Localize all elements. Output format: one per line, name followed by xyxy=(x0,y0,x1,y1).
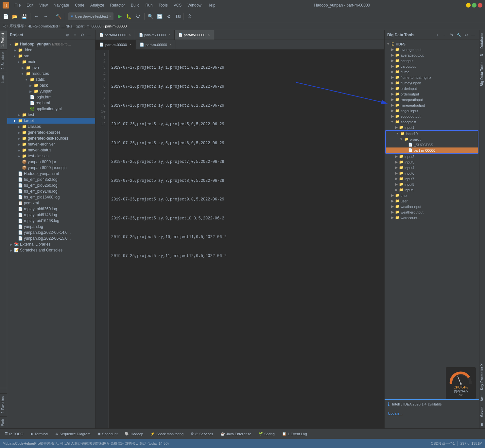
open-button[interactable]: 📂 xyxy=(10,12,19,21)
tab-big-data-tools-vert[interactable]: Big Data Tools xyxy=(479,59,485,89)
tab-maven[interactable]: Maven xyxy=(479,404,485,420)
hdfs-part-m-00000[interactable]: 📄 part-m-00000 xyxy=(386,147,478,153)
tree-item-ylog2[interactable]: ▶ 📄 yunpan.log.2022-06-14.0... xyxy=(7,230,95,235)
tree-item-gen-test-src[interactable]: ▶ 📁 generated-test-sources xyxy=(7,135,95,141)
remove-connection-btn[interactable]: − xyxy=(441,32,448,38)
tree-item-gen-src[interactable]: ▶ 📁 generated-sources xyxy=(7,129,95,135)
tree-item-rlog2[interactable]: ▶ 📄 replay_pid9148.log xyxy=(7,212,95,218)
hdfs-weatherinput[interactable]: ▶ 📁 weatherinput xyxy=(385,204,479,209)
tree-item-log4[interactable]: ▶ 📄 hs_err_pid16468.log xyxy=(7,194,95,200)
tree-item-back[interactable]: ▶ 📁 back xyxy=(7,82,95,88)
tree-item-login[interactable]: ▶ 📄 login.html xyxy=(7,94,95,100)
collapse-button[interactable]: ≡ xyxy=(72,32,78,38)
menu-file[interactable]: File xyxy=(12,2,23,8)
hdfs-averageinput[interactable]: ▶ 📁 averageinput xyxy=(385,47,479,52)
hdfs-caroutput[interactable]: ▶ 📁 caroutput xyxy=(385,63,479,69)
bottom-tab-todo[interactable]: ☰ 6: TODO xyxy=(1,429,27,439)
hdfs-sogououtput[interactable]: ▶ 📁 sogououtput xyxy=(385,113,479,119)
hdfs-flume-tomcat[interactable]: ▶ 📁 flume-tomcat-nginx xyxy=(385,75,479,80)
hdfs-flume[interactable]: ▶ 📁 flume xyxy=(385,69,479,75)
tree-item-scratches[interactable]: ▶ 📝 Scratches and Consoles xyxy=(7,247,95,253)
tab-close-3[interactable]: × xyxy=(208,33,210,37)
hide-panel-button[interactable]: — xyxy=(86,32,93,38)
menu-navigate[interactable]: Navigate xyxy=(51,2,72,8)
hide-panel-btn[interactable]: — xyxy=(470,32,476,38)
tree-item-classes[interactable]: ▶ 📁 classes xyxy=(7,124,95,129)
menu-analyze[interactable]: Analyze xyxy=(88,2,107,8)
tree-item-target[interactable]: ▾ 📁 target xyxy=(7,118,95,124)
sec-tab-close-1[interactable]: × xyxy=(130,43,131,46)
tree-item-rlog3[interactable]: ▶ 📄 replay_pid16468.log xyxy=(7,218,95,224)
tab-m[interactable]: m xyxy=(479,420,485,428)
sec-tab-2[interactable]: 📄 part-m-00000 × xyxy=(136,40,176,50)
bottom-tab-eventlog[interactable]: 📋 1 Event Log xyxy=(279,429,310,439)
sec-tab-1[interactable]: 📄 part-m-00000 × xyxy=(95,40,136,50)
tree-item-maven-arch[interactable]: ▶ 📁 maven-archiver xyxy=(7,141,95,147)
code-editor[interactable]: 2019-07-27,project1 zy,1,project1,0,1,20… xyxy=(109,50,384,428)
tree-item-reg[interactable]: ▶ 📄 reg.html xyxy=(7,100,95,106)
hdfs-wordcount1[interactable]: ▶ 📁 wordcount... xyxy=(385,215,479,220)
bottom-tab-terminal[interactable]: ▶ Terminal xyxy=(27,429,52,439)
config-btn[interactable]: 🔧 xyxy=(456,32,462,38)
minimize-button[interactable] xyxy=(466,3,471,8)
tree-item-yunpan-folder[interactable]: ▶ 📁 yunpan xyxy=(7,88,95,94)
hdfs-sogouinput[interactable]: ▶ 📁 sogouinput xyxy=(385,108,479,113)
tree-item-ylog1[interactable]: ▶ 📄 yunpan.log xyxy=(7,224,95,230)
breadcrumb-part1[interactable]: 系统缓存 xyxy=(9,24,24,28)
tab-web[interactable]: Web xyxy=(0,416,7,428)
breadcrumb-part4[interactable]: part-m-00000 xyxy=(105,24,127,28)
tree-item-java[interactable]: ▶ 📁 java xyxy=(7,65,95,71)
tab-ant[interactable]: Ant xyxy=(479,393,485,404)
tree-item-jar1[interactable]: ▶ 📦 yunpan-8090.jar xyxy=(7,159,95,165)
maximize-button[interactable] xyxy=(472,3,476,8)
replace-button[interactable]: 🔄 xyxy=(156,12,164,21)
hdfs-input3[interactable]: ▶ 📁 input3 xyxy=(385,159,479,165)
translate-button[interactable]: 文 xyxy=(185,12,194,21)
tab-project[interactable]: 1: Project xyxy=(0,30,7,49)
hdfs-user[interactable]: ▶ 📁 user xyxy=(385,198,479,204)
build-button[interactable]: 🔨 xyxy=(54,12,63,21)
tree-item-rlog1[interactable]: ▶ 📄 replay_pid6260.log xyxy=(7,206,95,212)
tab-close-2[interactable]: × xyxy=(168,33,170,37)
tab-favorites[interactable]: 2: Favorites xyxy=(0,393,7,416)
bottom-tab-hadoop[interactable]: 🐘 Hadoop xyxy=(121,429,147,439)
bottom-tab-seqdiag[interactable]: ≋ Sequence Diagram xyxy=(52,429,94,439)
tree-item-test[interactable]: ▶ 📁 test xyxy=(7,112,95,118)
hdfs-rmrepeatoutput[interactable]: ▶ 📁 rmrepeatoutput xyxy=(385,102,479,108)
run-configuration[interactable]: ✏ UserServiceTest.test ▾ xyxy=(68,12,113,20)
menu-vcs[interactable]: VCS xyxy=(171,2,184,8)
tab-learn[interactable]: Learn xyxy=(0,72,7,86)
menu-window[interactable]: Window xyxy=(185,2,204,8)
tab-structure[interactable]: 2: Structure xyxy=(0,49,7,72)
hdfs-input6[interactable]: ▶ 📁 input6 xyxy=(385,170,479,176)
menu-view[interactable]: View xyxy=(37,2,50,8)
tree-item-log3[interactable]: ▶ 📄 hs_err_pid9148.log xyxy=(7,188,95,194)
menu-code[interactable]: Code xyxy=(72,2,87,8)
hdfs-sqooptest[interactable]: ▾ 📁 sqooptest xyxy=(385,119,479,125)
tree-item-yml[interactable]: ▶ 🌿 application.yml xyxy=(7,106,95,112)
hdfs-project[interactable]: ▾ 📁 project xyxy=(386,136,478,142)
hdfs-input7[interactable]: ▶ 📁 input7 xyxy=(385,176,479,181)
tree-item-ext-libs[interactable]: ▶ 📚 External Libraries xyxy=(7,241,95,247)
hdfs-averageoutput[interactable]: ▶ 📁 averageoutput xyxy=(385,52,479,58)
hdfs-success[interactable]: 📄 _SUCCESS xyxy=(386,142,478,147)
hdfs-orderoutput[interactable]: ▶ 📁 orderoutput xyxy=(385,91,479,97)
tree-item-resources[interactable]: ▾ 📁 resources xyxy=(7,71,95,77)
update-link[interactable]: Update... xyxy=(388,411,403,415)
menu-run[interactable]: Run xyxy=(143,2,155,8)
tab-ant[interactable] xyxy=(0,388,7,393)
sec-tab-close-2[interactable]: × xyxy=(170,43,172,46)
back-button[interactable]: ← xyxy=(32,12,41,21)
tree-item-ylog3[interactable]: ▶ 📄 yunpan.log.2022-06-15.0... xyxy=(7,235,95,241)
bottom-tab-spring[interactable]: 🌱 Spring xyxy=(255,429,278,439)
tab-primary-3[interactable]: 📄 part-m-00000 × xyxy=(175,30,214,40)
menu-help[interactable]: Help xyxy=(205,2,218,8)
menu-tools[interactable]: Tools xyxy=(156,2,170,8)
hdfs-input1[interactable]: ▶ 📁 input1 xyxy=(385,125,479,130)
tab-database[interactable]: Database xyxy=(479,30,485,51)
debug-button[interactable]: 🐛 xyxy=(125,12,133,21)
tree-item-hadoop[interactable]: ▾ 📁 Hadoop_yunpan E:\IdeaProj... xyxy=(7,41,95,47)
tree-item-pom[interactable]: ▶ 📋 pom.xml xyxy=(7,200,95,206)
menu-refactor[interactable]: Refactor xyxy=(108,2,128,8)
tree-item-idea[interactable]: ▶ 📁 .idea xyxy=(7,47,95,53)
